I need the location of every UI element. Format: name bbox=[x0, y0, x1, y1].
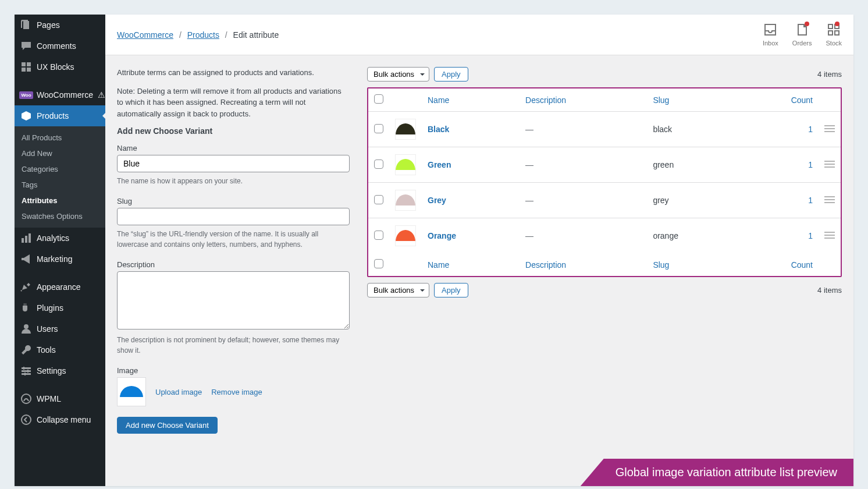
terms-table: Name Description Slug Count Black — blac… bbox=[367, 87, 842, 277]
column-count[interactable]: Count bbox=[737, 88, 819, 112]
select-all-checkbox[interactable] bbox=[374, 94, 383, 104]
row-checkbox[interactable] bbox=[374, 231, 383, 240]
sidebar-item-collapse[interactable]: Collapse menu bbox=[15, 409, 105, 430]
table-column: Bulk actions Apply 4 items Name bbox=[367, 67, 842, 434]
grid-icon bbox=[20, 61, 32, 73]
remove-image-link[interactable]: Remove image bbox=[211, 388, 262, 396]
items-count-top: 4 items bbox=[817, 70, 842, 79]
products-icon bbox=[20, 110, 32, 122]
row-description: — bbox=[525, 125, 533, 134]
row-count-link[interactable]: 1 bbox=[808, 125, 813, 134]
row-count-link[interactable]: 1 bbox=[808, 196, 813, 205]
shoe-icon bbox=[396, 123, 415, 135]
comments-icon bbox=[20, 40, 32, 52]
sidebar-label: Products bbox=[37, 111, 69, 121]
row-slug: orange bbox=[647, 218, 737, 254]
column-slug[interactable]: Slug bbox=[647, 88, 737, 112]
svg-rect-8 bbox=[22, 367, 31, 369]
drag-handle-icon[interactable] bbox=[824, 196, 835, 205]
column-count[interactable]: Count bbox=[737, 253, 819, 276]
name-input[interactable] bbox=[117, 155, 350, 172]
slug-label: Slug bbox=[117, 197, 350, 205]
submenu-add-new[interactable]: Add New bbox=[15, 146, 105, 161]
submenu-attributes[interactable]: Attributes bbox=[15, 193, 105, 208]
header-action-label: Inbox bbox=[763, 40, 778, 47]
intro-text-1: Attribute terms can be assigned to produ… bbox=[117, 67, 350, 79]
sidebar-item-plugins[interactable]: Plugins bbox=[15, 297, 105, 318]
sidebar-item-comments[interactable]: Comments bbox=[15, 36, 105, 56]
column-description[interactable]: Description bbox=[520, 253, 647, 276]
sidebar-item-appearance[interactable]: Appearance bbox=[15, 277, 105, 297]
breadcrumb-woocommerce[interactable]: WooCommerce bbox=[117, 30, 173, 40]
row-count-link[interactable]: 1 bbox=[808, 231, 813, 240]
sidebar-label: Marketing bbox=[37, 254, 72, 264]
row-name-link[interactable]: Green bbox=[428, 160, 451, 169]
bulk-actions-select-bottom[interactable]: Bulk actions bbox=[367, 283, 429, 297]
sidebar-item-analytics[interactable]: Analytics bbox=[15, 228, 105, 249]
description-textarea[interactable] bbox=[117, 271, 350, 329]
submenu-categories[interactable]: Categories bbox=[15, 161, 105, 177]
sidebar-item-marketing[interactable]: Marketing bbox=[15, 249, 105, 270]
apply-button-top[interactable]: Apply bbox=[434, 67, 468, 82]
name-help: The name is how it appears on your site. bbox=[117, 176, 350, 186]
row-checkbox[interactable] bbox=[374, 195, 383, 204]
row-thumbnail bbox=[395, 225, 416, 246]
column-name[interactable]: Name bbox=[422, 253, 520, 276]
sidebar-label: Comments bbox=[37, 41, 76, 51]
sidebar-item-ux-blocks[interactable]: UX Blocks bbox=[15, 56, 105, 77]
row-checkbox[interactable] bbox=[374, 160, 383, 169]
svg-point-15 bbox=[22, 415, 31, 424]
sidebar-item-users[interactable]: Users bbox=[15, 318, 105, 339]
description-help: The description is not prominent by defa… bbox=[117, 335, 350, 356]
sidebar-item-tools[interactable]: Tools bbox=[15, 339, 105, 360]
row-name-link[interactable]: Black bbox=[428, 125, 449, 134]
svg-rect-16 bbox=[828, 24, 833, 29]
sidebar-item-woocommerce[interactable]: Woo WooCommerce ⚠ bbox=[15, 84, 105, 105]
upload-image-link[interactable]: Upload image bbox=[155, 388, 202, 396]
content-area: Attribute terms can be assigned to produ… bbox=[105, 55, 853, 445]
apply-button-bottom[interactable]: Apply bbox=[434, 283, 468, 297]
header-actions: Inbox Orders Stock bbox=[763, 23, 842, 47]
slug-help: The “slug” is the URL-friendly version o… bbox=[117, 229, 350, 250]
submenu-all-products[interactable]: All Products bbox=[15, 130, 105, 146]
column-slug[interactable]: Slug bbox=[647, 253, 737, 276]
bulk-actions-select[interactable]: Bulk actions bbox=[367, 67, 429, 82]
svg-rect-3 bbox=[27, 68, 31, 72]
header-inbox[interactable]: Inbox bbox=[763, 23, 778, 47]
breadcrumb-products[interactable]: Products bbox=[187, 30, 219, 40]
header-orders[interactable]: Orders bbox=[792, 23, 812, 47]
caption-banner: Global image variation attribute list pr… bbox=[581, 459, 853, 486]
column-description[interactable]: Description bbox=[520, 88, 647, 112]
column-name[interactable]: Name bbox=[422, 88, 520, 112]
submit-button[interactable]: Add new Choose Variant bbox=[117, 417, 218, 434]
drag-handle-icon[interactable] bbox=[824, 160, 835, 169]
items-count-bottom: 4 items bbox=[817, 286, 842, 295]
sidebar-item-products[interactable]: Products bbox=[15, 105, 105, 126]
table-row: Green — green 1 bbox=[368, 147, 841, 183]
header-stock[interactable]: Stock bbox=[826, 23, 842, 47]
row-thumbnail bbox=[395, 119, 416, 140]
admin-sidebar: Pages Comments UX Blocks Woo WooCommerce… bbox=[15, 15, 105, 486]
row-count-link[interactable]: 1 bbox=[808, 160, 813, 169]
inbox-icon bbox=[763, 23, 777, 37]
sidebar-item-settings[interactable]: Settings bbox=[15, 360, 105, 381]
sidebar-item-pages[interactable]: Pages bbox=[15, 15, 105, 36]
slug-input[interactable] bbox=[117, 208, 350, 225]
sidebar-label: Pages bbox=[37, 20, 60, 30]
sidebar-label: Collapse menu bbox=[37, 415, 91, 424]
row-slug: green bbox=[647, 147, 737, 183]
sidebar-label: WPML bbox=[37, 394, 61, 403]
svg-rect-13 bbox=[24, 373, 26, 375]
submenu-tags[interactable]: Tags bbox=[15, 177, 105, 193]
drag-handle-icon[interactable] bbox=[824, 231, 835, 240]
row-name-link[interactable]: Orange bbox=[428, 231, 456, 240]
row-checkbox[interactable] bbox=[374, 124, 383, 133]
submenu-swatches[interactable]: Swatches Options bbox=[15, 208, 105, 224]
select-all-checkbox-bottom[interactable] bbox=[374, 259, 383, 268]
svg-rect-21 bbox=[824, 128, 835, 129]
drag-handle-icon[interactable] bbox=[824, 125, 835, 134]
row-name-link[interactable]: Grey bbox=[428, 196, 446, 205]
image-thumbnail[interactable] bbox=[117, 377, 146, 406]
sidebar-item-wpml[interactable]: WPML bbox=[15, 388, 105, 409]
pages-icon bbox=[20, 19, 32, 31]
